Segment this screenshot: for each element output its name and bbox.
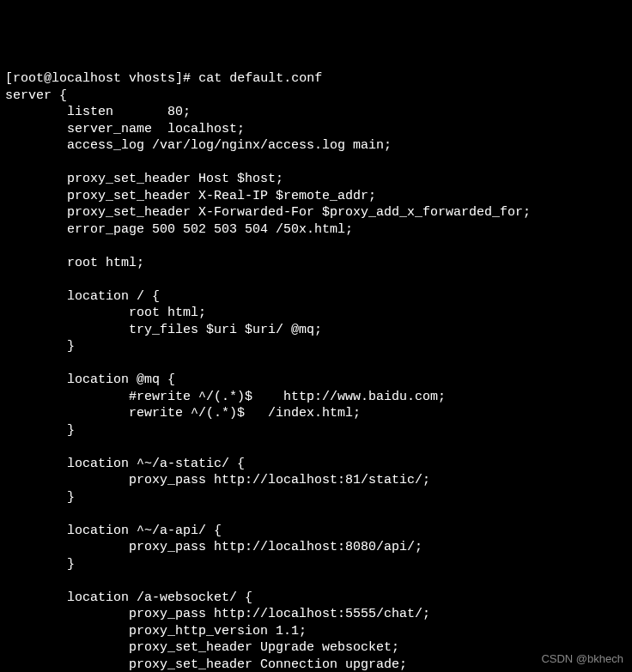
proxy-header-host: proxy_set_header Host $host; — [67, 172, 283, 186]
location-static-proxy: proxy_pass http://localhost:81/static/; — [129, 473, 430, 487]
root-directive: root html; — [67, 256, 144, 270]
location-mq-rewrite: rewrite ^/(.*)$ /index.html; — [129, 406, 361, 421]
prompt-user: root — [13, 71, 44, 86]
accesslog-line: access_log /var/log/nginx/access.log mai… — [67, 138, 392, 153]
location-websocket-connection: proxy_set_header Connection upgrade; — [129, 657, 407, 672]
command-text: cat default.conf — [198, 71, 322, 86]
listen-val: 80; — [167, 105, 191, 119]
servername-val: localhost; — [167, 122, 245, 136]
server-block-open: server { — [5, 88, 67, 103]
error-page-line: error_page 500 502 503 504 /50x.html; — [67, 222, 353, 237]
location-static-open: location ^~/a-static/ { — [67, 457, 245, 471]
close-brace: } — [67, 557, 75, 572]
servername-key: server_name — [67, 122, 152, 136]
location-websocket-upgrade: proxy_set_header Upgrade websocket; — [129, 640, 399, 655]
watermark-text: CSDN @bkhech — [541, 652, 623, 667]
location-api-open: location ^~/a-api/ { — [67, 524, 222, 538]
proxy-header-forwarded: proxy_set_header X-Forwarded-For $proxy_… — [67, 205, 531, 220]
close-brace: } — [67, 423, 75, 438]
proxy-header-realip: proxy_set_header X-Real-IP $remote_addr; — [67, 189, 376, 203]
listen-key: listen — [67, 105, 113, 119]
close-brace: } — [67, 490, 75, 505]
location-websocket-proxy: proxy_pass http://localhost:5555/chat/; — [129, 607, 430, 621]
prompt-line: [root@localhost vhosts]# cat default.con… — [5, 71, 322, 86]
location-root-tryfiles: try_files $uri $uri/ @mq; — [129, 323, 322, 337]
location-root-open: location / { — [67, 289, 160, 304]
close-brace: } — [67, 339, 75, 354]
prompt-cwd: vhosts — [129, 71, 175, 86]
prompt-suffix: ]# — [175, 71, 191, 86]
prompt-host: localhost — [52, 71, 121, 86]
terminal-output: [root@localhost vhosts]# cat default.con… — [5, 70, 627, 672]
location-websocket-httpver: proxy_http_version 1.1; — [129, 624, 307, 639]
location-root-html: root html; — [129, 306, 206, 320]
location-mq-comment: #rewrite ^/(.*)$ http://www.baidu.com; — [129, 390, 446, 404]
location-websocket-open: location /a-websocket/ { — [67, 590, 252, 605]
location-api-proxy: proxy_pass http://localhost:8080/api/; — [129, 540, 422, 554]
location-mq-open: location @mq { — [67, 372, 175, 387]
